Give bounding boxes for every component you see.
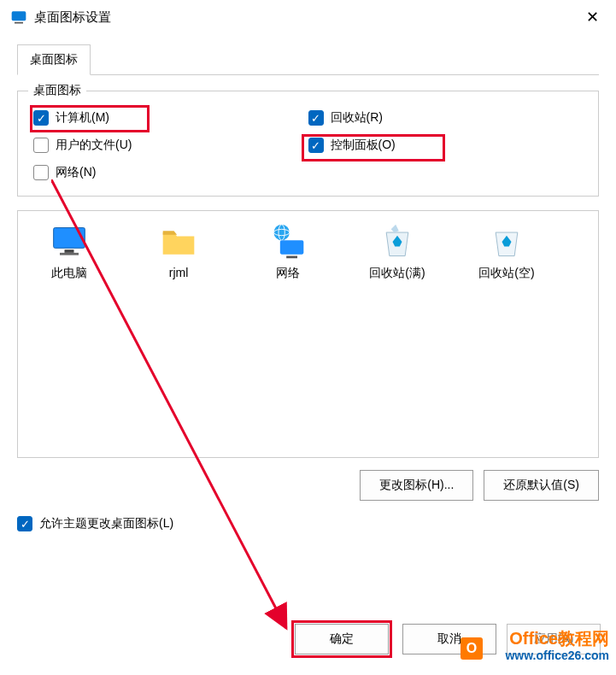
window-title: 桌面图标设置 <box>34 9 579 26</box>
desktop-icons-group: 桌面图标 计算机(M) 用户的文件(U) 网络(N) <box>17 91 599 197</box>
checkbox-recyclebin[interactable]: 回收站(R) <box>308 110 584 126</box>
icon-thispc[interactable]: 此电脑 <box>26 223 112 281</box>
svg-rect-1 <box>15 22 23 24</box>
network-icon <box>269 223 307 261</box>
svg-point-6 <box>274 225 290 240</box>
restore-default-button[interactable]: 还原默认值(S) <box>484 470 599 501</box>
icon-label: 回收站(空) <box>478 266 534 281</box>
check-icon <box>17 516 32 531</box>
watermark-line1: Office教程网 <box>505 628 609 649</box>
checkbox-allow-themes[interactable]: 允许主题更改桌面图标(L) <box>17 516 599 531</box>
watermark: Office教程网 www.office26.com <box>505 628 609 663</box>
checkbox-network[interactable]: 网络(N) <box>33 165 308 180</box>
checkbox-label: 回收站(R) <box>331 110 383 126</box>
icon-preview-panel: 此电脑 rjml 网络 回收站(满) 回收站(空) <box>17 210 599 458</box>
svg-rect-10 <box>286 256 297 259</box>
icon-buttons-row: 更改图标(H)... 还原默认值(S) <box>17 470 599 501</box>
recycle-empty-icon <box>488 223 525 261</box>
svg-rect-9 <box>280 240 304 255</box>
watermark-line2: www.office26.com <box>505 649 609 663</box>
close-icon[interactable]: ✕ <box>579 4 606 30</box>
icon-label: rjml <box>169 266 189 279</box>
checkbox-label: 允许主题更改桌面图标(L) <box>39 516 173 531</box>
icon-network[interactable]: 网络 <box>245 223 331 281</box>
check-icon <box>33 165 49 180</box>
change-icon-button[interactable]: 更改图标(H)... <box>360 470 473 501</box>
highlight-ok: 确定 <box>291 620 392 658</box>
check-icon <box>308 110 324 126</box>
recycle-full-icon <box>378 223 416 261</box>
tab-strip: 桌面图标 <box>17 44 599 75</box>
svg-rect-0 <box>12 11 26 21</box>
checkbox-label: 网络(N) <box>56 165 96 180</box>
svg-rect-2 <box>54 228 85 249</box>
icon-rjml[interactable]: rjml <box>136 223 221 279</box>
monitor-icon <box>50 223 88 261</box>
icon-label: 网络 <box>276 266 300 281</box>
group-legend: 桌面图标 <box>28 83 86 98</box>
svg-rect-5 <box>60 253 79 255</box>
highlight-computer <box>30 105 150 132</box>
ok-button[interactable]: 确定 <box>295 624 389 654</box>
titlebar: 桌面图标设置 ✕ <box>0 0 616 34</box>
icon-recycle-full[interactable]: 回收站(满) <box>355 223 440 281</box>
folder-icon <box>160 223 197 261</box>
svg-rect-4 <box>65 249 74 253</box>
icon-recycle-empty[interactable]: 回收站(空) <box>464 223 549 281</box>
checkbox-label: 用户的文件(U) <box>56 138 132 153</box>
icon-label: 此电脑 <box>51 266 87 281</box>
checkbox-userfiles[interactable]: 用户的文件(U) <box>33 138 308 153</box>
app-icon <box>10 9 27 26</box>
highlight-controlpanel <box>302 134 445 161</box>
watermark-logo-icon: O <box>461 637 483 660</box>
icon-label: 回收站(满) <box>369 266 425 281</box>
check-icon <box>33 138 49 153</box>
tab-desktop-icons[interactable]: 桌面图标 <box>17 44 91 75</box>
